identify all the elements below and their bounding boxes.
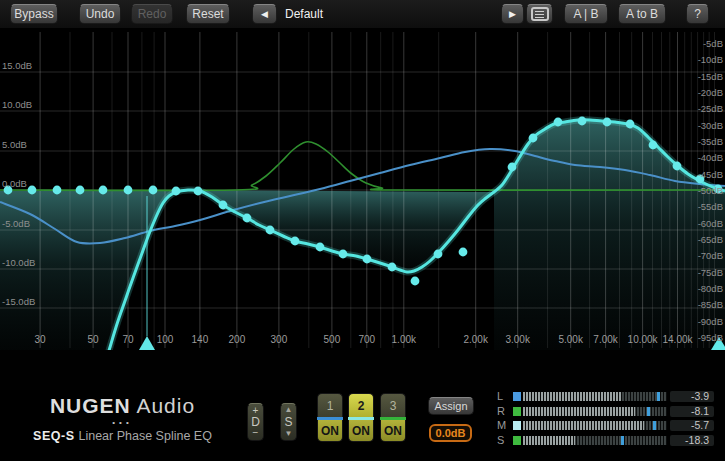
down-arrow-icon: ▼ (285, 430, 293, 438)
meter-peak-tick (621, 436, 624, 445)
band-group-2-on-button[interactable]: ON (348, 420, 374, 442)
right-db-label: -25dB (698, 103, 723, 114)
eq-node[interactable] (124, 186, 133, 195)
right-db-label: -75dB (698, 267, 723, 278)
eq-node[interactable] (603, 118, 612, 127)
band-group-3-on-button[interactable]: ON (380, 420, 406, 442)
freq-label: 30 (35, 334, 47, 345)
eq-node[interactable] (626, 120, 635, 129)
freq-label: 200 (229, 334, 246, 345)
eq-node[interactable] (243, 214, 252, 223)
eq-node[interactable] (529, 134, 538, 143)
eq-node[interactable] (434, 250, 443, 259)
seq-s-plugin-window: { "top_bar": { "bypass": "Bypass", "undo… (0, 0, 725, 461)
band-group-1-on-button[interactable]: ON (317, 420, 343, 442)
up-arrow-icon: ▲ (285, 406, 293, 414)
left-db-label: -10.0dB (2, 257, 35, 268)
freq-label: 1.00k (392, 334, 417, 345)
eq-node[interactable] (508, 163, 517, 172)
eq-node[interactable] (411, 277, 420, 286)
right-db-label: -85dB (698, 299, 723, 310)
right-db-label: -55dB (698, 201, 723, 212)
freq-label: 50 (88, 334, 100, 345)
right-db-label: -30dB (698, 120, 723, 131)
freq-label: 10.00k (628, 334, 659, 345)
eq-node[interactable] (149, 186, 158, 195)
band-group-1-select[interactable]: 1 (317, 393, 343, 417)
redo-button[interactable]: Redo (131, 4, 173, 24)
eq-graph[interactable]: 15.0dB10.0dB5.0dB0.0dB-5.0dB-10.0dB-15.0… (0, 28, 725, 350)
help-button[interactable]: ? (686, 4, 709, 24)
eq-node[interactable] (459, 248, 468, 257)
band-group-1: 1ON (317, 393, 343, 445)
menu-icon (531, 7, 549, 21)
eq-node[interactable] (53, 186, 62, 195)
right-db-label: -60dB (698, 218, 723, 229)
meter-peak-tick (647, 407, 650, 416)
eq-node[interactable] (388, 263, 397, 272)
eq-node[interactable] (28, 186, 37, 195)
freq-label: 3.00k (505, 334, 530, 345)
dock-button[interactable]: + D − (247, 403, 264, 441)
analyzer-fill-left (0, 191, 176, 350)
eq-node[interactable] (266, 226, 275, 235)
control-bar: Zone Exclude Advanced B03: 43 Hz, 0.00dB… (0, 350, 725, 390)
eq-node[interactable] (219, 201, 228, 210)
left-db-label: -5.0dB (2, 218, 30, 229)
left-arrow-icon: ◀ (261, 10, 268, 19)
freq-label: 70 (122, 334, 134, 345)
eq-node[interactable] (291, 237, 300, 246)
freq-label: 7.00k (593, 334, 618, 345)
meter-peak-tick (653, 421, 656, 430)
left-db-label: 10.0dB (2, 99, 32, 110)
meter-value: -8.1 (670, 406, 714, 417)
band-group-2-select[interactable]: 2 (348, 393, 374, 417)
right-db-label: -70dB (698, 250, 723, 261)
meter-value: -5.7 (670, 420, 714, 431)
eq-node[interactable] (554, 118, 563, 127)
a-to-b-button[interactable]: A to B (618, 4, 666, 24)
meter-label: L (497, 391, 503, 402)
meter-label: M (497, 420, 506, 431)
ab-compare-button[interactable]: A | B (564, 4, 608, 24)
eq-node[interactable] (194, 187, 203, 196)
left-db-label: 5.0dB (2, 139, 27, 150)
right-arrow-icon: ▶ (509, 10, 516, 19)
preset-name[interactable]: Default (285, 7, 323, 21)
eq-node[interactable] (316, 243, 325, 252)
meter-row-R: R-8.1 (490, 406, 720, 418)
right-db-label: -50dB (698, 185, 723, 196)
right-db-label: -15dB (698, 71, 723, 82)
band-group-3-select[interactable]: 3 (380, 393, 406, 417)
eq-node[interactable] (578, 117, 587, 126)
meter-bar (523, 436, 667, 445)
right-db-label: -5dB (703, 38, 723, 49)
right-db-label: -20dB (698, 87, 723, 98)
preset-menu-button[interactable] (526, 4, 553, 24)
freq-label: 14.00k (662, 334, 693, 345)
eq-node[interactable] (673, 162, 682, 171)
freq-label: 500 (324, 334, 341, 345)
bypass-button[interactable]: Bypass (10, 4, 58, 24)
left-db-label: 0.0dB (2, 178, 27, 189)
freq-label: 140 (192, 334, 209, 345)
eq-node[interactable] (172, 187, 181, 196)
undo-button[interactable]: Undo (79, 4, 121, 24)
reset-button[interactable]: Reset (186, 4, 230, 24)
trim-value[interactable]: 0.0dB (429, 424, 472, 442)
eq-node[interactable] (339, 250, 348, 259)
meter-bar (523, 421, 667, 430)
preset-next-button[interactable]: ▶ (501, 4, 524, 24)
preset-prev-button[interactable]: ◀ (252, 4, 277, 24)
eq-node[interactable] (99, 186, 108, 195)
meter-row-S: S-18.3 (490, 435, 720, 447)
right-db-label: -65dB (698, 234, 723, 245)
solo-button[interactable]: ▲ S ▼ (280, 403, 297, 441)
meter-bar (523, 407, 667, 416)
meter-row-L: L-3.9 (490, 391, 720, 403)
right-db-label: -95dB (698, 332, 723, 343)
eq-node[interactable] (363, 255, 372, 264)
eq-node[interactable] (649, 141, 658, 150)
assign-button[interactable]: Assign (428, 397, 474, 415)
eq-node[interactable] (76, 186, 85, 195)
